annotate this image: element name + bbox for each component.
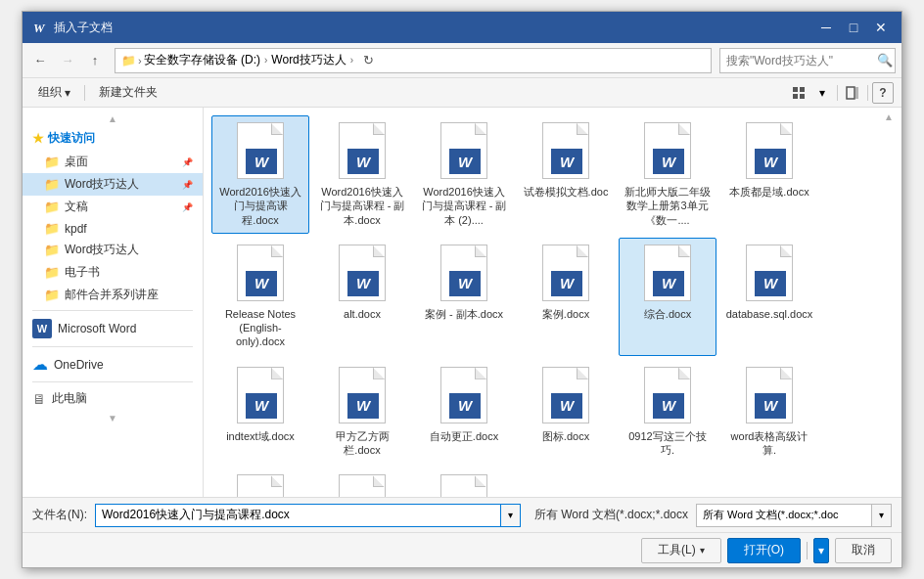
filetype-dropdown-button[interactable]: ▾ (872, 504, 892, 527)
file-name: indtext域.docx (226, 429, 295, 443)
filetype-input-wrap: ▾ (696, 504, 892, 527)
file-item[interactable]: W案例 - 副本.docx (415, 238, 513, 356)
word-icon-fold (271, 368, 283, 379)
view-chevron-button[interactable]: ▾ (811, 82, 833, 104)
filename-dropdown-button[interactable]: ▾ (501, 504, 521, 527)
address-part-drive[interactable]: 安全数字存储设备 (D:) (144, 52, 260, 68)
folder-icon-word-tricks2: 📁 (44, 243, 60, 257)
word-icon-body: W (644, 122, 691, 179)
view-icons-group: ▾ ? (788, 82, 894, 104)
file-item[interactable]: WTab键的妙用.docx (415, 468, 513, 497)
sidebar-item-word-tricks2[interactable]: 📁 Word技巧达人 (23, 239, 203, 261)
file-item[interactable]: WWord2016快速入门与提高课程.docx (211, 115, 309, 234)
search-input[interactable] (726, 54, 873, 67)
file-item[interactable]: Windtext域.docx (211, 360, 309, 465)
sidebar-divider-1 (32, 310, 193, 311)
word-icon-fold (373, 368, 385, 379)
filetype-input[interactable] (696, 504, 872, 527)
sidebar-item-ebooks[interactable]: 📁 电子书 (23, 261, 203, 284)
filename-input[interactable] (95, 504, 501, 527)
up-button[interactable]: ↑ (83, 49, 107, 72)
back-button[interactable]: ← (28, 49, 52, 72)
file-name: database.sql.docx (726, 307, 813, 321)
word-icon-badge: W (551, 271, 582, 296)
file-item[interactable]: WWord2016快速入门与提高课程 - 副本.docx (313, 115, 411, 234)
file-item[interactable]: W试卷模拟文档.doc (517, 115, 615, 234)
preview-pane-button[interactable] (842, 82, 863, 104)
file-item[interactable]: W甲方乙方两栏.docx (313, 360, 411, 465)
open-dropdown-button[interactable]: ▾ (813, 538, 829, 563)
sidebar-item-this-pc[interactable]: 🖥 此电脑 (23, 386, 203, 411)
view-separator-2 (867, 85, 868, 101)
file-name: 案例 - 副本.docx (425, 307, 503, 321)
sidebar-item-word-tricks[interactable]: 📁 Word技巧达人 📌 (23, 173, 203, 196)
word-icon-fold (780, 123, 792, 135)
organize-button[interactable]: 组织 ▾ (30, 82, 78, 104)
file-item[interactable]: W综合.docx (619, 238, 716, 356)
address-chevron-1[interactable]: › (262, 55, 269, 66)
sidebar-item-kpdf[interactable]: 📁 kpdf (23, 218, 203, 239)
sidebar-item-ms-word[interactable]: W Microsoft Word (23, 315, 203, 342)
new-folder-button[interactable]: 新建文件夹 (91, 82, 165, 104)
sidebar-item-docs-label: 文稿 (65, 199, 88, 215)
sidebar-item-desktop[interactable]: 📁 桌面 📌 (23, 151, 203, 173)
word-icon-badge: W (755, 271, 786, 296)
address-refresh-button[interactable]: ↻ (363, 53, 374, 67)
svg-text:W: W (33, 21, 46, 35)
file-item[interactable]: WWord域的常用代码. (211, 468, 309, 497)
sidebar-scroll-down[interactable]: ▼ (23, 411, 203, 425)
word-icon-wrap: W (538, 245, 593, 303)
address-part-folder-icon[interactable]: 📁 (121, 54, 136, 67)
file-item[interactable]: W案例.docx (517, 238, 615, 356)
forward-button[interactable]: → (56, 49, 79, 72)
file-item[interactable]: W新北师大版二年级数学上册第3单元《数一.... (619, 115, 716, 234)
filename-input-wrap: ▾ (95, 504, 521, 527)
tools-button[interactable]: 工具(L) ▾ (641, 538, 721, 563)
word-icon-body: W (339, 474, 386, 497)
view-large-icons-button[interactable] (788, 82, 809, 104)
word-icon-fold (577, 123, 588, 135)
cancel-button[interactable]: 取消 (835, 538, 892, 563)
word-icon-fold (373, 475, 385, 487)
help-button[interactable]: ? (872, 82, 894, 104)
file-item[interactable]: Wword表格高级计算. (720, 360, 818, 465)
file-name: 试卷模拟文档.doc (524, 185, 609, 199)
open-button[interactable]: 打开(O) (727, 538, 801, 563)
word-icon-wrap: W (233, 474, 288, 497)
address-chevron-2[interactable]: › (348, 55, 355, 66)
file-item[interactable]: W本质都是域.docx (720, 115, 818, 234)
file-item[interactable]: WRelease Notes (English-only).docx (211, 238, 309, 356)
address-part-folder[interactable]: Word技巧达人 (271, 52, 346, 68)
file-item[interactable]: Wdatabase.sql.docx (720, 238, 818, 356)
sidebar-item-this-pc-label: 此电脑 (52, 390, 87, 407)
toolbar-separator (84, 85, 85, 101)
search-bar[interactable]: 🔍 (719, 48, 896, 73)
sidebar-item-onedrive[interactable]: ☁ OneDrive (23, 351, 203, 378)
file-name: Release Notes (English-only).docx (216, 307, 304, 349)
file-item[interactable]: Walt.docx (313, 238, 411, 356)
file-item[interactable]: WWord2016快速入门与 (313, 468, 411, 497)
sidebar-scroll-up[interactable]: ▲ (23, 111, 203, 126)
sidebar-item-word-tricks-label: Word技巧达人 (65, 176, 139, 193)
file-item[interactable]: WWord2016快速入门与提高课程 - 副本 (2).... (415, 115, 513, 234)
word-icon-wrap: W (437, 245, 491, 303)
file-name: 自动更正.docx (430, 429, 498, 443)
close-button[interactable]: ✕ (868, 15, 894, 40)
word-icon-body: W (542, 367, 589, 423)
file-item[interactable]: W图标.docx (517, 360, 615, 465)
files-grid: WWord2016快速入门与提高课程.docxWWord2016快速入门与提高课… (211, 115, 894, 497)
word-icon-wrap: W (538, 367, 593, 425)
search-icon[interactable]: 🔍 (877, 53, 893, 67)
open-separator (807, 542, 808, 559)
sidebar-item-mailmerge[interactable]: 📁 邮件合并系列讲座 (23, 284, 203, 306)
maximize-button[interactable]: □ (841, 15, 866, 40)
file-item[interactable]: W0912写这三个技巧. (619, 360, 716, 465)
sidebar-item-docs[interactable]: 📁 文稿 📌 (23, 196, 203, 218)
word-icon-body: W (339, 367, 386, 423)
file-item[interactable]: W自动更正.docx (415, 360, 513, 465)
word-icon-badge: W (551, 149, 582, 174)
word-icon-wrap: W (437, 122, 491, 181)
minimize-button[interactable]: ─ (813, 15, 839, 40)
word-icon-body: W (746, 122, 793, 179)
address-parts: 📁 › 安全数字存储设备 (D:) › Word技巧达人 › (121, 52, 355, 68)
